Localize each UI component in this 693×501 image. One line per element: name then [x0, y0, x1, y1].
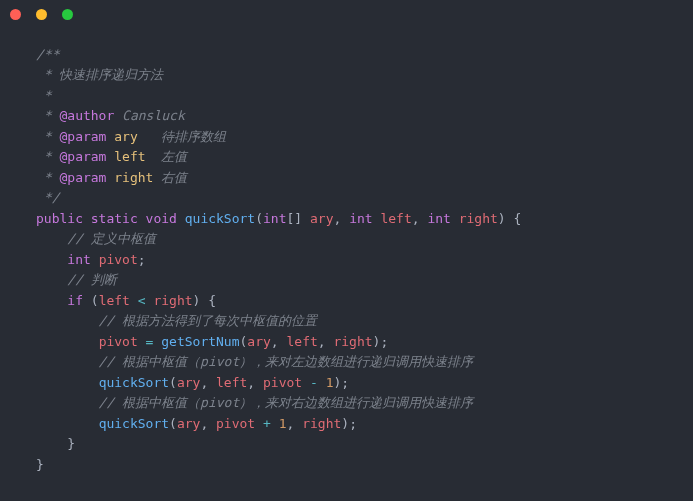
if-close-brace: }	[36, 436, 75, 451]
comment-right-recurse: // 根据中枢值（pivot），来对右边数组进行递归调用快速排序	[36, 395, 473, 410]
doc-comment-start: /**	[36, 47, 59, 62]
doc-comment-author: * @author Cansluck	[36, 108, 185, 123]
method-close-brace: }	[36, 457, 44, 472]
stmt-quicksort-right: quickSort(ary, pivot + 1, right);	[36, 416, 357, 431]
doc-comment-blank: *	[36, 88, 52, 103]
close-icon[interactable]	[10, 9, 21, 20]
comment-define-pivot: // 定义中枢值	[36, 231, 156, 246]
stmt-declare-pivot: int pivot;	[36, 252, 146, 267]
stmt-if: if (left < right) {	[36, 293, 216, 308]
method-signature: public static void quickSort(int[] ary, …	[36, 211, 521, 226]
doc-comment-param-left: * @param left 左值	[36, 149, 187, 164]
doc-comment-end: */	[36, 190, 59, 205]
zoom-icon[interactable]	[62, 9, 73, 20]
doc-comment-param-right: * @param right 右值	[36, 170, 187, 185]
minimize-icon[interactable]	[36, 9, 47, 20]
doc-comment-param-ary: * @param ary 待排序数组	[36, 129, 226, 144]
comment-check: // 判断	[36, 272, 117, 287]
comment-left-recurse: // 根据中枢值（pivot），来对左边数组进行递归调用快速排序	[36, 354, 473, 369]
stmt-assign-pivot: pivot = getSortNum(ary, left, right);	[36, 334, 388, 349]
editor-window: /** * 快速排序递归方法 * * @author Cansluck * @p…	[0, 0, 693, 501]
doc-comment-desc: * 快速排序递归方法	[36, 67, 163, 82]
window-titlebar	[0, 0, 693, 22]
code-area: /** * 快速排序递归方法 * * @author Cansluck * @p…	[0, 22, 693, 475]
comment-get-pivot: // 根据方法得到了每次中枢值的位置	[36, 313, 317, 328]
stmt-quicksort-left: quickSort(ary, left, pivot - 1);	[36, 375, 349, 390]
